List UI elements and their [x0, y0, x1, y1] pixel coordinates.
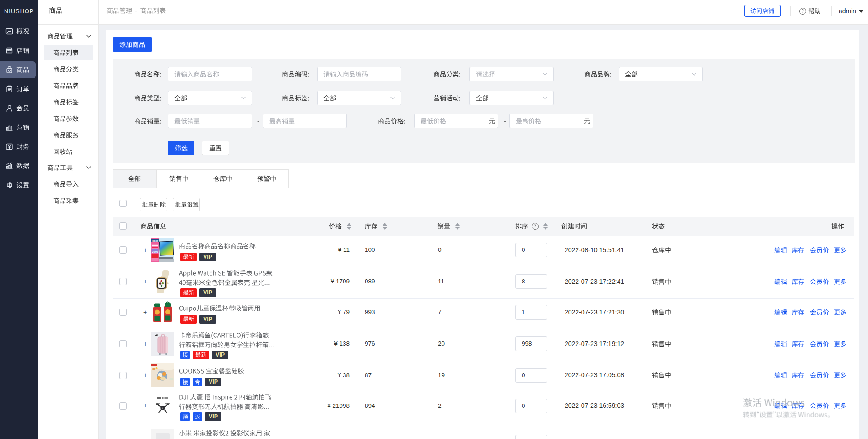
svg-text:Haier: Haier: [152, 239, 159, 242]
svg-text:2799: 2799: [152, 250, 158, 253]
